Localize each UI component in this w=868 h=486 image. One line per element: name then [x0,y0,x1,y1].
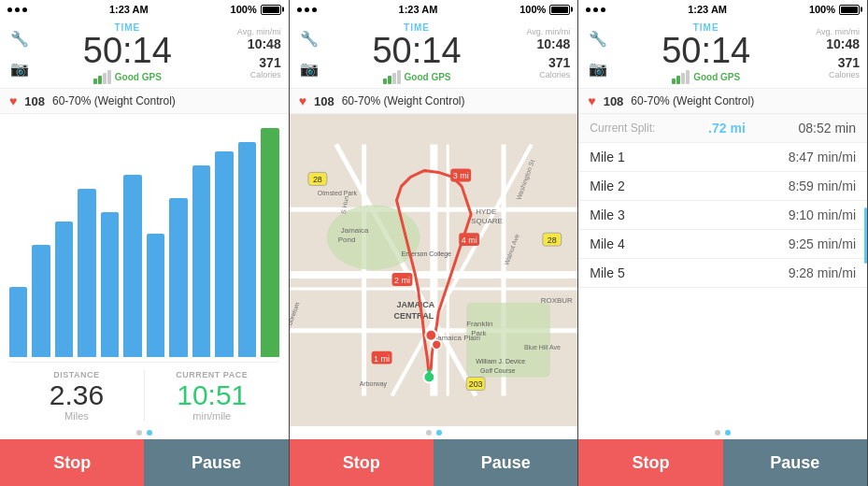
svg-text:Jamaica: Jamaica [340,226,368,235]
gps-bar [397,70,401,84]
split-label-3: Mile 3 [590,207,624,222]
svg-text:203: 203 [468,379,482,389]
bar-3 [55,222,73,357]
split-time-5: 9:28 min/mi [789,265,856,280]
time-value: 50:14 [618,33,794,68]
battery-area: 100% [231,4,281,15]
pause-button-1[interactable]: Pause [144,439,288,486]
cal-label: Calories [216,70,281,79]
map-area[interactable]: Jamaica Pond Franklin Park JAMAICA CENTR… [290,114,578,426]
camera-icon[interactable]: 📷 [7,56,32,80]
cal-label: Calories [505,70,570,79]
battery-icon [549,5,570,15]
page-dots-1 [0,426,289,439]
bar-1 [9,287,27,357]
pace-label: CURRENT PACE [149,370,275,379]
signal-dots [297,7,317,12]
header-center: TIME 50:14 Good GPS [618,22,794,84]
battery-area: 100% [809,4,860,15]
gps-bar [392,73,396,84]
battery-percent: 100% [519,4,546,15]
stop-button-2[interactable]: Stop [290,439,434,486]
avg-value: 10:48 [794,36,860,51]
gps-bar [98,76,102,84]
stop-button-3[interactable]: Stop [578,439,722,486]
svg-text:ROXBUR: ROXBUR [541,296,573,305]
chart-area: DISTANCE 2.36 Miles CURRENT PACE 10:51 m… [0,114,289,426]
gps-bars [672,70,690,84]
camera-icon[interactable]: 📷 [297,56,321,80]
svg-text:3 mi: 3 mi [452,171,468,180]
split-time-2: 8:59 min/mi [789,179,856,193]
heart-bpm: 108 [24,94,45,108]
svg-text:HYDE: HYDE [476,207,496,216]
splits-content: Current Split: .72 mi 08:52 min Mile 1 8… [578,114,867,426]
signal-dots [7,7,27,12]
wrench-icon[interactable]: 🔧 [586,26,610,50]
chart-content: DISTANCE 2.36 Miles CURRENT PACE 10:51 m… [0,114,289,426]
map-svg: Jamaica Pond Franklin Park JAMAICA CENTR… [290,114,578,426]
heart-zone: 60-70% (Weight Control) [342,94,465,107]
gps-bar [388,76,391,84]
camera-icon[interactable]: 📷 [586,56,610,80]
bar-chart [9,123,279,362]
avg-value: 10:48 [505,36,570,51]
split-time-4: 9:25 min/mi [789,236,856,251]
bottom-buttons-1: Stop Pause [0,439,289,486]
status-bar-1: 1:23 AM 100% [0,0,289,19]
header-icons: 🔧 📷 [7,26,32,80]
dot-2 [147,430,152,436]
dot-2 [436,430,442,436]
header-2: 🔧 📷 TIME 50:14 Good GPS Avg. min/mi 10:4… [290,19,578,89]
gps-bar [672,79,676,84]
split-label-2: Mile 2 [590,179,624,193]
signal-dot [22,7,27,12]
phone-1: 1:23 AM 100% 🔧 📷 TIME 50:14 Good GPS [0,0,290,486]
svg-text:SQUARE: SQUARE [471,217,503,225]
heart-bpm: 108 [604,94,624,108]
avg-value: 10:48 [216,36,281,51]
phone-3: 1:23 AM 100% 🔧 📷 TIME 50:14 Good GPS [578,0,868,486]
cal-label: Calories [794,70,860,79]
pause-button-2[interactable]: Pause [434,439,577,486]
wrench-icon[interactable]: 🔧 [7,26,32,50]
dot-2 [725,430,731,436]
header-3: 🔧 📷 TIME 50:14 Good GPS Avg. min/mi 10:4… [578,19,867,89]
signal-dot [297,7,302,12]
signal-dots [586,7,605,12]
header-stats: Avg. min/mi 10:48 371 Calories [794,27,860,79]
distance-stat: DISTANCE 2.36 Miles [9,370,145,422]
battery-percent: 100% [231,4,257,15]
split-row-2: Mile 2 8:59 min/mi [578,172,867,201]
stop-button-1[interactable]: Stop [0,439,144,486]
status-time: 1:23 AM [688,4,727,15]
current-split-label: Current Split: [590,122,655,135]
pause-button-3[interactable]: Pause [723,439,867,486]
battery-percent: 100% [809,4,835,15]
wrench-icon[interactable]: 🔧 [297,26,321,50]
heart-bpm: 108 [314,94,334,108]
bar-8 [169,198,187,357]
avg-label: Avg. min/mi [794,27,860,36]
svg-point-32 [425,330,436,341]
cal-value: 371 [505,55,570,70]
split-row-1: Mile 1 8:47 min/mi [578,143,867,172]
cal-value: 371 [216,55,281,70]
gps-bar [93,79,97,84]
split-label-5: Mile 5 [590,265,624,280]
bar-10 [215,151,233,357]
bar-5 [101,212,119,357]
gps-bars [93,70,111,84]
signal-dot [601,7,605,12]
status-bar-3: 1:23 AM 100% [578,0,867,19]
svg-text:28: 28 [313,175,322,184]
split-row-4: Mile 4 9:25 min/mi [578,230,867,259]
dot-1 [136,430,142,436]
svg-text:2 mi: 2 mi [394,276,410,285]
splits-list: Current Split: .72 mi 08:52 min Mile 1 8… [578,114,867,288]
heart-icon: ♥ [588,93,595,108]
header-1: 🔧 📷 TIME 50:14 Good GPS Avg. min/mi 10:4… [0,19,289,89]
battery-icon [261,5,281,15]
bar-12 [261,128,278,357]
heart-rate-bar: ♥ 108 60-70% (Weight Control) [578,89,867,114]
